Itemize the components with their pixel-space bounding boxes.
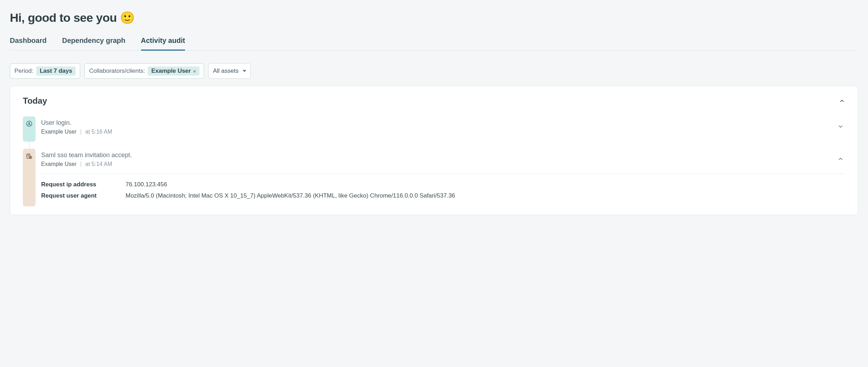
rail-connector	[29, 142, 30, 149]
audit-group-title: Today	[23, 96, 47, 106]
chevron-down-icon	[837, 123, 844, 130]
caret-down-icon	[243, 70, 246, 72]
audit-entry-body: Saml sso team invitation accept. Example…	[41, 149, 845, 206]
entry-expand-toggle[interactable]	[837, 123, 845, 131]
rail-marker	[23, 149, 36, 206]
audit-entry-title: Saml sso team invitation accept.	[41, 152, 132, 159]
detail-row: Request ip address 76.100.123.456	[41, 179, 845, 190]
timeline-rail	[23, 149, 36, 206]
group-collapse-toggle[interactable]	[839, 98, 845, 104]
meta-divider: |	[80, 161, 82, 167]
filter-collaborators-label: Collaborators/clients:	[89, 67, 145, 75]
audit-group-header: Today	[23, 96, 845, 106]
tab-activity-audit[interactable]: Activity audit	[141, 34, 185, 51]
svg-point-1	[28, 122, 30, 124]
audit-entry-time: at 5:16 AM	[85, 129, 113, 135]
audit-entry: User login. Example User | at 5:16 AM	[23, 116, 845, 149]
audit-card: Today User l	[10, 86, 858, 215]
audit-entry-user: Example User	[41, 161, 76, 167]
filter-collaborators-value: Example User	[151, 67, 191, 75]
audit-entry: Saml sso team invitation accept. Example…	[23, 149, 845, 206]
audit-entry-body: User login. Example User | at 5:16 AM	[41, 116, 845, 149]
audit-entry-user: Example User	[41, 129, 76, 135]
detail-key: Request ip address	[41, 181, 111, 188]
chevron-up-icon	[839, 98, 845, 104]
filter-assets-label: All assets	[213, 67, 238, 75]
page-greeting: Hi, good to see you 🙂	[10, 11, 858, 25]
audit-entry-meta: Example User | at 5:16 AM	[41, 129, 112, 135]
team-accept-icon	[26, 153, 32, 161]
detail-value: 76.100.123.456	[126, 181, 167, 188]
meta-divider: |	[80, 129, 82, 135]
chip-remove-icon[interactable]: ×	[193, 68, 196, 74]
audit-entry-details: Request ip address 76.100.123.456 Reques…	[41, 174, 845, 201]
timeline-rail	[23, 116, 36, 149]
filter-collaborators-chip: Example User ×	[148, 66, 199, 76]
filter-period[interactable]: Period: Last 7 days	[10, 63, 80, 79]
rail-marker	[23, 116, 36, 142]
detail-row: Request user agent Mozilla/5.0 (Macintos…	[41, 190, 845, 201]
audit-entry-meta: Example User | at 5:14 AM	[41, 161, 132, 167]
detail-value: Mozilla/5.0 (Macintosh; Intel Mac OS X 1…	[126, 192, 455, 199]
chevron-up-icon	[837, 156, 844, 162]
filter-assets[interactable]: All assets	[208, 63, 251, 79]
audit-entry-time: at 5:14 AM	[85, 161, 113, 167]
filter-period-value: Last 7 days	[36, 66, 76, 76]
filter-collaborators[interactable]: Collaborators/clients: Example User ×	[84, 63, 204, 79]
detail-key: Request user agent	[41, 192, 111, 199]
tab-dependency-graph[interactable]: Dependency graph	[62, 34, 125, 51]
tab-dashboard[interactable]: Dashboard	[10, 34, 46, 51]
user-circle-icon	[26, 121, 32, 128]
audit-entry-title: User login.	[41, 119, 112, 127]
filter-bar: Period: Last 7 days Collaborators/client…	[10, 63, 858, 79]
entry-collapse-toggle[interactable]	[837, 156, 845, 163]
filter-period-label: Period:	[14, 67, 33, 75]
main-tabs: Dashboard Dependency graph Activity audi…	[10, 34, 858, 51]
audit-timeline: User login. Example User | at 5:16 AM	[23, 116, 845, 206]
